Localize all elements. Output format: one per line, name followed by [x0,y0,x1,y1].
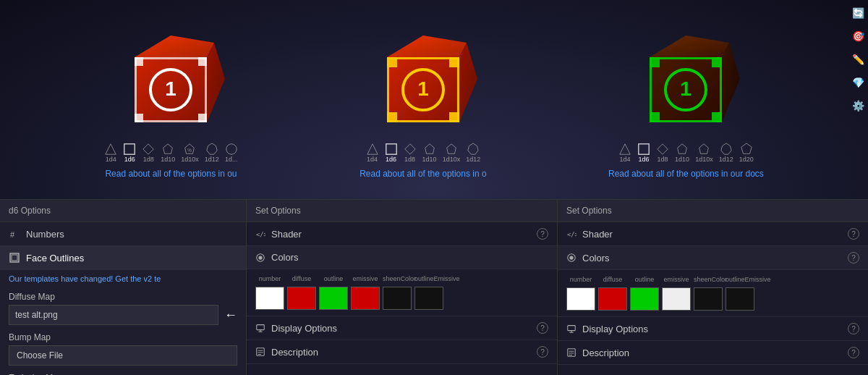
diffuse-map-input[interactable] [9,305,218,325]
docs-link-left[interactable]: Read about all of the options in ou [105,169,237,179]
dice-d10x-left[interactable]: % 1d10x [181,143,199,163]
swatch-diffuse-right[interactable] [598,287,627,311]
swatch-diffuse-mid[interactable] [287,287,316,310]
dice-d6-left[interactable]: 1d6 [123,143,136,163]
dice-d10-left[interactable]: 1d10 [161,143,175,163]
swatch-outemissive-right[interactable] [726,287,754,311]
choose-file-button[interactable]: Choose File [9,345,237,366]
face-outlines-menu-item[interactable]: Face Outlines [0,246,246,270]
colors-section-mid[interactable]: Colors [247,246,557,269]
svg-marker-56 [678,143,687,153]
dice-d10-middle[interactable]: 1d10 [422,143,437,163]
dice-d12-right[interactable]: 1d12 [719,143,733,163]
svg-rect-49 [650,57,652,122]
colors-header-row-mid: number diffuse outline emissive sheenCol… [255,275,548,282]
description-section-right[interactable]: Description ? [558,341,868,365]
shader-label-right: Shader [582,229,613,240]
description-section-mid[interactable]: Description ? [247,340,557,364]
svg-rect-30 [387,57,389,122]
display-icon-right [566,324,576,334]
svg-marker-13 [106,143,116,153]
svg-marker-1 [135,35,214,57]
dice-preview-area: 1 1d4 1d6 1d8 1d10 % 1d10x [0,0,868,199]
dice-d10x-middle[interactable]: 1d10x [443,143,461,163]
swatch-outemissive-mid[interactable] [414,287,443,310]
dice-d6-middle[interactable]: 1d6 [385,143,398,163]
display-options-section-mid[interactable]: Display Options ? [247,316,557,340]
svg-text:</>: </> [567,231,576,238]
shader-help-right[interactable]: ? [848,228,859,240]
bump-map-label: Bump Map [0,328,246,345]
svg-rect-7 [135,57,207,59]
display-options-section-right[interactable]: Display Options ? [558,317,868,341]
docs-link-middle[interactable]: Read about all of the options in o [359,169,486,179]
svg-rect-8 [135,120,207,122]
description-help-mid[interactable]: ? [537,346,548,358]
shader-label-mid: Shader [271,229,302,240]
svg-marker-39 [468,143,478,153]
svg-rect-28 [387,57,459,59]
col-header-outline-right: outline [630,276,659,283]
outlines-icon [9,252,20,264]
shader-help-mid[interactable]: ? [537,228,548,240]
swatch-number-right[interactable] [566,287,595,311]
description-icon-right [566,347,576,358]
docs-link-right[interactable]: Read about all of the options in our doc… [608,169,764,179]
colors-icon-mid [255,253,265,263]
svg-marker-34 [367,143,377,153]
svg-marker-16 [163,143,173,153]
colors-help-right[interactable]: ? [848,252,859,264]
shader-section-right[interactable]: </> Shader ? [558,222,868,246]
dice-d6-right[interactable]: 1d6 [637,143,650,163]
col-header-diffuse-right: diffuse [598,276,627,283]
swatch-outline-right[interactable] [630,287,659,311]
dice-more-left[interactable]: 1d... [225,143,238,163]
svg-marker-19 [207,143,217,153]
svg-rect-48 [650,120,722,122]
dice-type-row-left: 1d4 1d6 1d8 1d10 % 1d10x 1d12 [104,143,238,163]
dice-d4-right[interactable]: 1d4 [618,143,631,163]
svg-marker-59 [741,143,752,153]
svg-text:#: # [10,230,15,239]
dice-d12-middle[interactable]: 1d12 [466,143,480,163]
numbers-menu-item[interactable]: # Numbers [0,222,246,246]
swatch-emissive-mid[interactable] [351,287,380,310]
dice-image-left: 1 [113,21,229,137]
dice-d8-middle[interactable]: 1d8 [404,143,417,163]
description-icon-mid [255,347,265,357]
dice-d4-middle[interactable]: 1d4 [366,143,379,163]
dice-d10-right[interactable]: 1d10 [675,143,689,163]
colors-icon-right [566,253,576,263]
dice-d20-right[interactable]: 1d20 [739,143,754,163]
display-help-right[interactable]: ? [848,323,859,334]
dice-column-left: 1 1d4 1d6 1d8 1d10 % 1d10x [104,21,238,179]
display-help-mid[interactable]: ? [537,322,548,334]
description-help-right[interactable]: ? [848,347,859,358]
svg-text:%: % [188,147,192,152]
diffuse-map-label: Diffuse Map [0,287,246,305]
numbers-label: Numbers [26,229,64,240]
svg-rect-31 [457,57,459,122]
swatch-number-mid[interactable] [255,287,284,310]
svg-marker-15 [143,143,153,153]
col-header-emissive-mid: emissive [351,275,380,282]
swatch-sheen-mid[interactable] [383,287,412,310]
dice-d10x-right[interactable]: 1d10x [695,143,713,163]
dice-d4-left[interactable]: 1d4 [104,143,117,163]
svg-point-20 [226,143,237,153]
numbers-icon: # [9,228,20,240]
dice-d8-left[interactable]: 1d8 [142,143,155,163]
dice-d8-right[interactable]: 1d8 [656,143,669,163]
colors-section-right[interactable]: Colors ? [558,246,868,270]
swatch-outline-mid[interactable] [319,287,348,310]
col-header-sheen-mid: sheenColor [383,275,412,282]
shader-section-mid[interactable]: </> Shader ? [247,222,557,246]
swatch-sheen-right[interactable] [694,287,723,311]
dice-d12-left[interactable]: 1d12 [205,143,219,163]
svg-marker-53 [620,143,630,153]
swatch-emissive-right[interactable] [662,287,691,311]
right-panel: Set Options </> Shader ? Colors ? [557,199,868,375]
colors-swatches-mid [255,287,548,310]
colors-header-row-right: number diffuse outline emissive sheenCol… [566,276,859,283]
svg-text:</>: </> [256,231,265,238]
